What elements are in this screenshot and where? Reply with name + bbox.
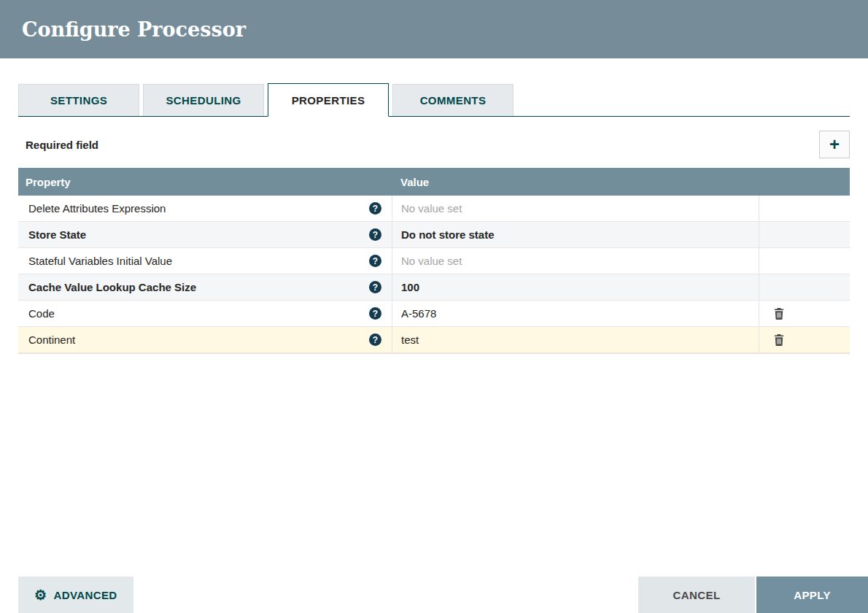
properties-table: Property Value Delete Attributes Express… bbox=[18, 168, 850, 354]
table-row: Stateful Variables Initial Value ? No va… bbox=[18, 248, 850, 274]
footer-actions: CANCEL APPLY bbox=[638, 577, 868, 613]
cancel-button[interactable]: CANCEL bbox=[638, 577, 755, 613]
property-value[interactable]: No value set bbox=[392, 248, 759, 274]
delete-property-button[interactable] bbox=[772, 333, 786, 347]
tab-properties[interactable]: PROPERTIES bbox=[268, 83, 389, 117]
trash-icon bbox=[774, 334, 784, 346]
property-value[interactable]: Do not store state bbox=[392, 222, 759, 247]
tab-bar: SETTINGS SCHEDULING PROPERTIES COMMENTS bbox=[18, 83, 850, 117]
column-header-value: Value bbox=[392, 176, 759, 188]
question-circle-icon[interactable]: ? bbox=[369, 228, 381, 241]
gear-icon: ⚙ bbox=[34, 588, 47, 602]
tab-scheduling[interactable]: SCHEDULING bbox=[143, 84, 264, 116]
property-value[interactable]: No value set bbox=[392, 196, 759, 221]
dialog-header: Configure Processor bbox=[0, 0, 868, 58]
advanced-button[interactable]: ⚙ ADVANCED bbox=[18, 577, 133, 613]
property-value[interactable]: 100 bbox=[392, 274, 759, 300]
configure-processor-dialog: Configure Processor SETTINGS SCHEDULING … bbox=[0, 0, 868, 613]
advanced-button-label: ADVANCED bbox=[53, 589, 117, 601]
property-name: Stateful Variables Initial Value bbox=[28, 255, 172, 267]
table-row: Continent ? test bbox=[18, 327, 850, 353]
question-circle-icon[interactable]: ? bbox=[369, 334, 381, 346]
property-name: Store State bbox=[28, 228, 86, 241]
required-field-label: Required field bbox=[18, 139, 98, 151]
property-name: Continent bbox=[28, 334, 75, 346]
properties-toolbar: Required field + bbox=[18, 130, 850, 159]
table-header-row: Property Value bbox=[18, 168, 850, 196]
apply-button[interactable]: APPLY bbox=[756, 577, 868, 613]
tab-comments[interactable]: COMMENTS bbox=[392, 84, 514, 116]
column-header-property: Property bbox=[18, 176, 392, 188]
property-name: Delete Attributes Expression bbox=[28, 202, 166, 215]
question-circle-icon[interactable]: ? bbox=[369, 255, 381, 267]
dialog-title: Configure Processor bbox=[22, 18, 246, 41]
trash-icon bbox=[774, 308, 784, 320]
question-circle-icon[interactable]: ? bbox=[369, 202, 381, 215]
delete-property-button[interactable] bbox=[772, 306, 786, 321]
table-row: Store State ? Do not store state bbox=[18, 222, 850, 248]
property-value[interactable]: A-5678 bbox=[392, 301, 759, 326]
property-name: Code bbox=[28, 307, 55, 320]
question-circle-icon[interactable]: ? bbox=[369, 307, 381, 320]
question-circle-icon[interactable]: ? bbox=[369, 281, 381, 293]
tab-settings[interactable]: SETTINGS bbox=[18, 84, 139, 116]
table-row: Delete Attributes Expression ? No value … bbox=[18, 196, 850, 222]
add-property-button[interactable]: + bbox=[819, 131, 850, 158]
property-value[interactable]: test bbox=[392, 327, 759, 352]
property-name: Cache Value Lookup Cache Size bbox=[28, 281, 196, 293]
table-row: Code ? A-5678 bbox=[18, 301, 850, 327]
table-row: Cache Value Lookup Cache Size ? 100 bbox=[18, 274, 850, 301]
plus-icon: + bbox=[829, 134, 840, 154]
